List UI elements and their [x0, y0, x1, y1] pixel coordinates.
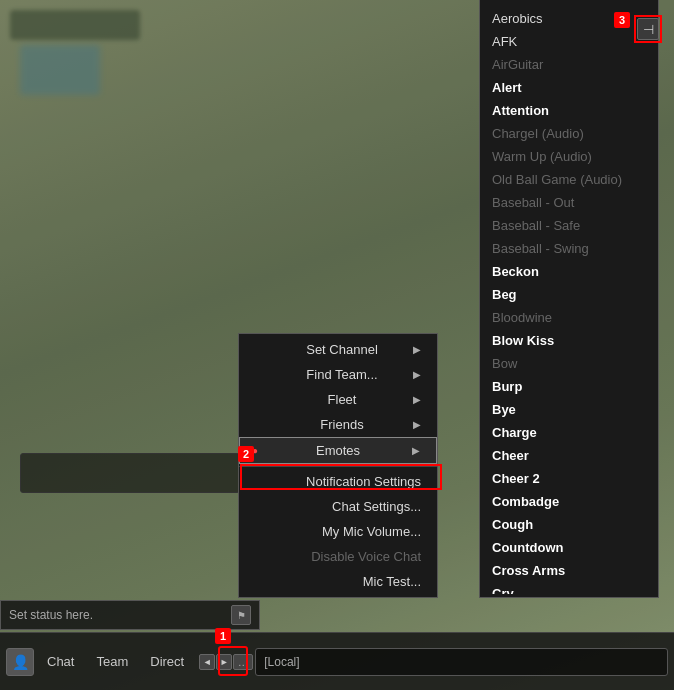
chat-avatar[interactable]: 👤 — [6, 648, 34, 676]
context-menu-item-5[interactable]: Notification Settings — [239, 469, 437, 494]
tab-direct[interactable]: Direct — [139, 648, 195, 675]
emote-item-6: ChargeI (Audio) — [480, 122, 658, 145]
tab-team[interactable]: Team — [85, 648, 139, 675]
emote-item-19[interactable]: Charge — [480, 421, 658, 444]
emote-item-4[interactable]: Alert — [480, 76, 658, 99]
context-menu-item-2[interactable]: Fleet▶ — [239, 387, 437, 412]
emotes-list[interactable]: AccordionAerobicsAFKAirGuitarAlertAttent… — [480, 0, 658, 594]
emote-item-20[interactable]: Cheer — [480, 444, 658, 467]
label-3-number: 3 — [614, 12, 630, 28]
emote-item-12[interactable]: Beckon — [480, 260, 658, 283]
emote-item-8: Old Ball Game (Audio) — [480, 168, 658, 191]
emote-item-0[interactable]: Accordion — [480, 0, 658, 7]
emote-item-16: Bow — [480, 352, 658, 375]
context-menu-item-3[interactable]: Friends▶ — [239, 412, 437, 437]
separator-5 — [239, 466, 437, 467]
label-2-number: 2 — [238, 446, 254, 462]
context-menu-item-0[interactable]: Set Channel▶ — [239, 337, 437, 362]
status-bar: Set status here. ⚑ — [0, 600, 260, 630]
emote-item-7: Warm Up (Audio) — [480, 145, 658, 168]
label-1-box — [218, 646, 248, 676]
context-menu: Set Channel▶Find Team...▶Fleet▶Friends▶●… — [238, 333, 438, 598]
emote-item-15[interactable]: Blow Kiss — [480, 329, 658, 352]
context-menu-item-9[interactable]: Mic Test... — [239, 569, 437, 594]
emote-item-21[interactable]: Cheer 2 — [480, 467, 658, 490]
emote-item-9: Baseball - Out — [480, 191, 658, 214]
emote-item-14: Bloodwine — [480, 306, 658, 329]
label-1-number: 1 — [215, 628, 231, 644]
emote-item-26[interactable]: Cry — [480, 582, 658, 594]
emote-item-18[interactable]: Bye — [480, 398, 658, 421]
emote-item-2[interactable]: AFK — [480, 30, 658, 53]
chat-input-label: [Local] — [264, 655, 299, 669]
emote-item-22[interactable]: Combadge — [480, 490, 658, 513]
scroll-pin-button[interactable]: ⊣ — [637, 18, 659, 40]
emote-item-5[interactable]: Attention — [480, 99, 658, 122]
emote-item-17[interactable]: Burp — [480, 375, 658, 398]
tab-chat[interactable]: Chat — [36, 648, 85, 675]
chat-nav-prev[interactable]: ◄ — [199, 654, 215, 670]
emote-item-25[interactable]: Cross Arms — [480, 559, 658, 582]
context-menu-item-8: Disable Voice Chat — [239, 544, 437, 569]
emote-item-11: Baseball - Swing — [480, 237, 658, 260]
status-text: Set status here. — [9, 608, 225, 622]
context-menu-item-6[interactable]: Chat Settings... — [239, 494, 437, 519]
context-menu-item-1[interactable]: Find Team...▶ — [239, 362, 437, 387]
chat-tabs: Chat Team Direct — [36, 648, 195, 675]
emote-item-13[interactable]: Beg — [480, 283, 658, 306]
emote-item-3: AirGuitar — [480, 53, 658, 76]
context-menu-item-4[interactable]: ●Emotes▶ — [239, 437, 437, 464]
chat-input-area[interactable]: [Local] — [255, 648, 668, 676]
chat-upper-area — [20, 453, 240, 493]
emote-item-1[interactable]: Aerobics — [480, 7, 658, 30]
emote-item-10: Baseball - Safe — [480, 214, 658, 237]
status-icon[interactable]: ⚑ — [231, 605, 251, 625]
emote-item-24[interactable]: Countdown — [480, 536, 658, 559]
emote-item-23[interactable]: Cough — [480, 513, 658, 536]
emotes-submenu: AccordionAerobicsAFKAirGuitarAlertAttent… — [479, 0, 659, 598]
context-menu-item-7[interactable]: My Mic Volume... — [239, 519, 437, 544]
chat-bar: 👤 Chat Team Direct ◄ ► … [Local] — [0, 632, 674, 690]
